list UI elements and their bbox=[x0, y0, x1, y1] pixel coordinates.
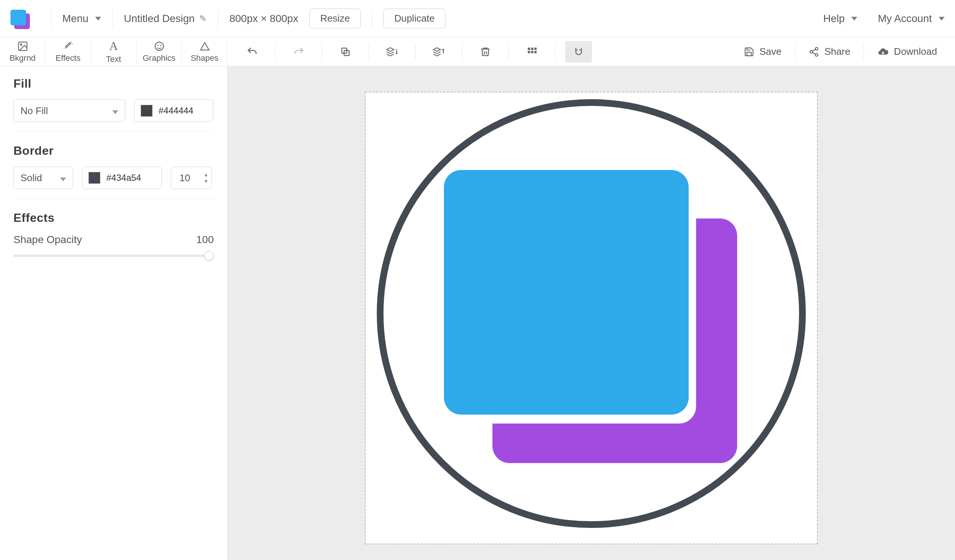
border-style-select[interactable]: Solid bbox=[13, 167, 73, 189]
slider-track bbox=[13, 255, 214, 257]
snap-button[interactable] bbox=[565, 41, 592, 62]
separator bbox=[369, 44, 369, 60]
svg-point-15 bbox=[815, 53, 818, 56]
separator bbox=[275, 44, 276, 60]
spin-up-icon[interactable]: ▲ bbox=[203, 172, 208, 177]
spin-down-icon[interactable]: ▼ bbox=[203, 179, 208, 184]
layer-down-button[interactable] bbox=[379, 41, 405, 62]
divider bbox=[13, 198, 214, 198]
grid-icon bbox=[526, 46, 537, 58]
svg-rect-7 bbox=[528, 47, 530, 50]
layers-down-icon bbox=[386, 45, 398, 58]
save-button[interactable]: Save bbox=[737, 41, 788, 62]
artboard[interactable] bbox=[366, 92, 817, 544]
account-dropdown[interactable]: My Account bbox=[878, 12, 944, 25]
undo-icon bbox=[246, 46, 258, 58]
tab-label: Bkgrnd bbox=[10, 53, 36, 63]
tab-label: Text bbox=[106, 55, 121, 64]
fill-swatch bbox=[141, 105, 153, 117]
svg-point-1 bbox=[20, 44, 22, 45]
fill-color-input[interactable]: #444444 bbox=[134, 100, 213, 122]
separator bbox=[462, 44, 462, 60]
design-title-group[interactable]: Untitled Design ✎ bbox=[124, 12, 207, 25]
toolbar-right-cluster: Save Share Download bbox=[737, 41, 944, 62]
tab-label: Graphics bbox=[142, 53, 175, 63]
design-title: Untitled Design bbox=[124, 12, 195, 25]
divider bbox=[372, 9, 372, 28]
svg-point-2 bbox=[155, 42, 163, 50]
copy-icon bbox=[340, 46, 351, 58]
properties-panel: Fill No Fill #444444 Border Solid #434a5… bbox=[0, 66, 227, 560]
tab-graphics[interactable]: Graphics bbox=[136, 37, 182, 66]
action-area: Save Share Download bbox=[227, 37, 955, 66]
menu-dropdown[interactable]: Menu bbox=[62, 12, 101, 25]
fill-mode-value: No Fill bbox=[20, 105, 48, 117]
canvas-area[interactable] bbox=[227, 66, 955, 560]
share-button[interactable]: Share bbox=[802, 41, 857, 62]
layers-up-icon bbox=[432, 45, 445, 58]
main: Fill No Fill #444444 Border Solid #434a5… bbox=[0, 66, 955, 560]
tab-label: Shapes bbox=[191, 53, 219, 63]
share-label: Share bbox=[824, 46, 850, 58]
svg-point-14 bbox=[810, 50, 813, 53]
spinner: ▲ ▼ bbox=[203, 172, 208, 184]
separator bbox=[415, 44, 416, 60]
shape-circle[interactable] bbox=[377, 99, 806, 528]
undo-button[interactable] bbox=[239, 41, 266, 62]
app-logo[interactable] bbox=[11, 10, 28, 28]
opacity-label: Shape Opacity bbox=[13, 234, 82, 246]
redo-icon bbox=[293, 46, 305, 58]
logo-front-square bbox=[11, 10, 26, 25]
border-row: Solid #434a54 10 ▲ ▼ bbox=[13, 167, 214, 189]
help-label: Help bbox=[823, 12, 845, 25]
fill-row: No Fill #444444 bbox=[13, 100, 214, 122]
border-color-input[interactable]: #434a54 bbox=[82, 167, 162, 189]
toolbar: Bkgrnd Effects A Text Graphics Shapes bbox=[0, 37, 955, 66]
save-label: Save bbox=[759, 46, 781, 58]
border-width-input[interactable]: 10 ▲ ▼ bbox=[171, 167, 212, 189]
svg-point-4 bbox=[160, 45, 161, 45]
layer-up-button[interactable] bbox=[425, 41, 452, 62]
tab-text[interactable]: A Text bbox=[91, 37, 136, 66]
fill-mode-select[interactable]: No Fill bbox=[13, 100, 125, 122]
tab-shapes[interactable]: Shapes bbox=[182, 37, 227, 66]
redo-button[interactable] bbox=[285, 41, 312, 62]
dimensions-text: 800px × 800px bbox=[229, 12, 299, 25]
divider bbox=[51, 9, 51, 28]
separator bbox=[509, 44, 509, 60]
duplicate-button[interactable]: Duplicate bbox=[384, 9, 445, 28]
separator bbox=[795, 44, 795, 60]
svg-rect-8 bbox=[531, 47, 534, 50]
tab-effects[interactable]: Effects bbox=[45, 37, 91, 66]
tab-background[interactable]: Bkgrnd bbox=[0, 37, 45, 66]
resize-button[interactable]: Resize bbox=[309, 9, 360, 28]
divider bbox=[112, 9, 113, 28]
svg-rect-10 bbox=[528, 51, 530, 53]
text-icon: A bbox=[109, 39, 118, 53]
opacity-value: 100 bbox=[196, 234, 214, 246]
topbar-right: Help My Account bbox=[823, 12, 944, 25]
copy-button[interactable] bbox=[332, 41, 359, 62]
chevron-down-icon bbox=[60, 172, 66, 184]
slider-thumb[interactable] bbox=[204, 251, 214, 261]
wand-icon bbox=[63, 41, 74, 52]
opacity-row: Shape Opacity 100 bbox=[13, 234, 214, 246]
svg-rect-9 bbox=[534, 47, 537, 50]
share-icon bbox=[809, 47, 819, 57]
border-style-value: Solid bbox=[20, 172, 42, 184]
border-title: Border bbox=[13, 144, 214, 158]
download-button[interactable]: Download bbox=[871, 41, 944, 62]
delete-button[interactable] bbox=[472, 41, 499, 62]
help-dropdown[interactable]: Help bbox=[823, 12, 858, 25]
svg-point-13 bbox=[815, 47, 818, 50]
svg-rect-12 bbox=[534, 51, 537, 53]
smile-icon bbox=[154, 41, 165, 52]
opacity-slider[interactable] bbox=[13, 253, 214, 258]
account-label: My Account bbox=[878, 12, 932, 25]
cloud-download-icon bbox=[877, 46, 889, 58]
grid-button[interactable] bbox=[518, 41, 545, 62]
separator bbox=[864, 44, 864, 60]
fill-color-hex: #444444 bbox=[158, 106, 193, 116]
effects-title: Effects bbox=[13, 211, 214, 225]
topbar: Menu Untitled Design ✎ 800px × 800px Res… bbox=[0, 0, 955, 37]
